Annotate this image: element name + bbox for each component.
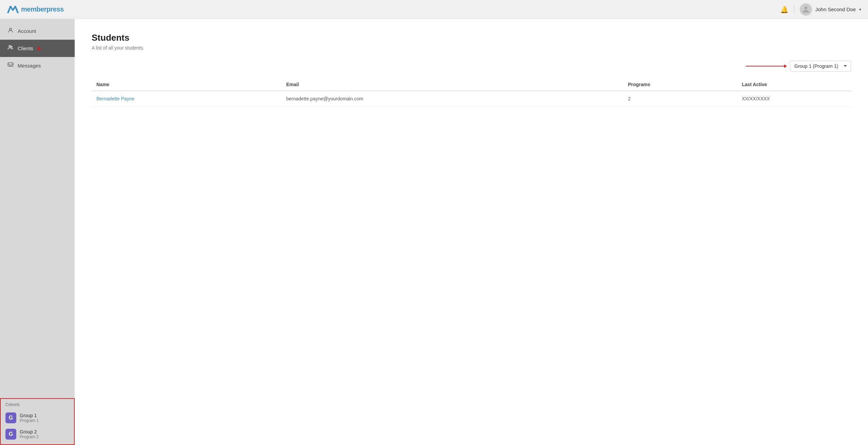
avatar	[800, 3, 812, 16]
cohort-item-group1[interactable]: G Group 1 Program 1	[1, 410, 74, 426]
main-content: Students A list of all your students. Gr…	[75, 19, 868, 445]
user-dropdown-arrow: ▾	[859, 7, 861, 12]
user-menu[interactable]: John Second Doe ▾	[800, 3, 861, 16]
clients-label: Clients	[18, 45, 33, 51]
table-row: Bernadette Payne bernadette.payne@yourdo…	[92, 91, 851, 107]
cell-lastactive: XX/XX/XXXX	[737, 91, 851, 107]
svg-point-2	[9, 45, 11, 47]
clients-icon	[7, 44, 14, 52]
students-table: Name Email Programs Last Active	[92, 78, 851, 107]
cohort-name-group2: Group 2	[20, 429, 39, 434]
account-icon	[7, 27, 14, 35]
layout: Account Clients	[0, 19, 868, 445]
col-header-programs: Programs	[623, 78, 737, 91]
cohort-name-group1: Group 1	[20, 413, 39, 418]
cohort-program-group2: Program 2	[20, 434, 39, 439]
cell-programs: 2	[623, 91, 737, 107]
table-header-row: Name Email Programs Last Active	[92, 78, 851, 91]
cohort-avatar-group1: G	[5, 412, 16, 423]
sidebar-item-messages[interactable]: Messages	[0, 57, 75, 74]
cohort-info-group1: Group 1 Program 1	[20, 413, 39, 423]
col-header-lastactive: Last Active	[737, 78, 851, 91]
svg-point-1	[10, 28, 12, 30]
cohorts-section: Cohorts G Group 1 Program 1 G Group 2 Pr…	[0, 398, 75, 445]
notification-icon[interactable]: 🔔	[780, 5, 789, 14]
filter-row: Group 1 (Program 1) Group 2 (Program 2)	[92, 61, 851, 72]
header-divider	[794, 5, 794, 14]
svg-point-3	[11, 46, 12, 47]
user-name: John Second Doe	[815, 6, 856, 12]
student-name-link[interactable]: Bernadette Payne	[96, 96, 134, 101]
svg-point-0	[804, 6, 807, 9]
table-body: Bernadette Payne bernadette.payne@yourdo…	[92, 91, 851, 107]
col-header-name: Name	[92, 78, 281, 91]
cell-name: Bernadette Payne	[92, 91, 281, 107]
avatar-icon	[801, 5, 811, 14]
top-header: memberpress 🔔 John Second Doe ▾	[0, 0, 868, 19]
header-right: 🔔 John Second Doe ▾	[780, 3, 861, 16]
page-subtitle: A list of all your students.	[92, 45, 851, 51]
messages-label: Messages	[18, 63, 41, 69]
cohort-program-group1: Program 1	[20, 418, 39, 423]
cohort-info-group2: Group 2 Program 2	[20, 429, 39, 439]
filter-arrow	[746, 66, 787, 66]
cohorts-label: Cohorts	[1, 402, 74, 410]
filter-arrow-line	[746, 66, 787, 66]
clients-arrow	[38, 46, 41, 51]
logo-text: memberpress	[21, 5, 64, 13]
col-header-email: Email	[281, 78, 623, 91]
cohort-item-group2[interactable]: G Group 2 Program 2	[1, 426, 74, 442]
logo-icon	[7, 3, 19, 16]
cell-email: bernadette.payne@yourdomain.com	[281, 91, 623, 107]
cohort-avatar-group2: G	[5, 429, 16, 440]
page-title: Students	[92, 33, 851, 43]
logo: memberpress	[7, 3, 64, 16]
messages-icon	[7, 62, 14, 70]
sidebar-item-clients[interactable]: Clients	[0, 40, 75, 57]
sidebar-nav: Account Clients	[0, 22, 75, 398]
sidebar-item-account[interactable]: Account	[0, 22, 75, 40]
sidebar: Account Clients	[0, 19, 75, 445]
account-label: Account	[18, 28, 36, 34]
table-header: Name Email Programs Last Active	[92, 78, 851, 91]
cohort-filter-select[interactable]: Group 1 (Program 1) Group 2 (Program 2)	[790, 61, 851, 72]
